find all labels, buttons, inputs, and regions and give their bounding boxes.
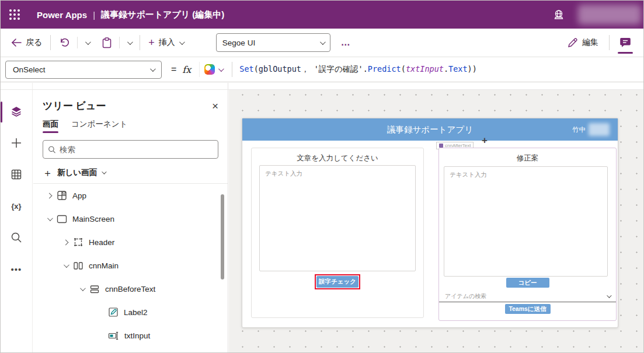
back-button[interactable]: 戻る xyxy=(9,34,44,51)
typo-check-button[interactable]: 誤字チェック xyxy=(316,276,358,288)
rail-item-more[interactable]: ••• xyxy=(1,253,32,285)
document-title: 議事録サポートアプリ (編集中) xyxy=(101,9,224,20)
app-screen-preview[interactable]: 議事録サポートアプリ 竹中 + cnnAfterText 文章を入力してください xyxy=(242,118,618,328)
undo-icon xyxy=(59,37,69,48)
send-to-teams-button[interactable]: Teamsに送信 xyxy=(505,304,551,314)
formula-token: )) xyxy=(468,64,477,74)
tree-row-header[interactable]: Header xyxy=(33,230,228,254)
copilot-icon xyxy=(204,64,215,75)
fx-icon: fx xyxy=(182,64,191,75)
plus-icon: + xyxy=(148,37,155,48)
waffle-menu-button[interactable] xyxy=(1,1,29,29)
tree-view-title: ツリー ビュー xyxy=(43,99,106,113)
copy-button[interactable]: コピー xyxy=(506,278,549,288)
rail-item-search[interactable] xyxy=(1,222,32,253)
tree-row-label: App xyxy=(72,191,86,200)
text-input-field[interactable]: テキスト入力 xyxy=(259,165,416,271)
globe-icon xyxy=(553,9,565,20)
tree-row-label2[interactable]: Label2 xyxy=(33,300,228,324)
insert-crosshair-icon: + xyxy=(482,135,488,146)
app-checker-button[interactable] xyxy=(615,31,635,54)
tree-list: App MainScreen Header cnnMain xyxy=(33,184,228,347)
tab-components[interactable]: コンポーネント xyxy=(71,119,127,133)
tree-row-label: cnnMain xyxy=(89,261,119,270)
app-name: Power Apps xyxy=(37,10,87,20)
new-screen-button[interactable]: ＋ 新しい画面 xyxy=(33,162,228,184)
overflow-menu-button[interactable]: … xyxy=(341,37,351,48)
insert-button[interactable]: + 挿入 xyxy=(146,34,186,51)
chevron-down-icon[interactable] xyxy=(80,285,86,291)
user-account-blurred[interactable] xyxy=(578,5,641,25)
tree-search-box[interactable] xyxy=(43,140,218,159)
formula-token: ( xyxy=(401,64,406,74)
screen-icon xyxy=(57,215,67,223)
insert-icon xyxy=(11,137,22,149)
chevron-down-icon[interactable] xyxy=(47,215,53,221)
app-header[interactable]: 議事録サポートアプリ 竹中 xyxy=(242,118,618,141)
new-screen-label: 新しい画面 xyxy=(57,167,97,178)
vertical-container-icon xyxy=(89,285,100,293)
environment-button[interactable] xyxy=(545,1,572,29)
tree-row-mainscreen[interactable]: MainScreen xyxy=(33,207,228,230)
tree-row-cnnbeforetext[interactable]: cnnBeforeText xyxy=(33,277,228,300)
item-search-combobox[interactable]: アイテムの検索 xyxy=(439,291,616,302)
canvas-dot-grid: 議事録サポートアプリ 竹中 + cnnAfterText 文章を入力してください xyxy=(229,90,643,353)
tree-tabs: 画面 コンポーネント xyxy=(33,114,228,133)
app-icon xyxy=(57,190,67,201)
top-bar-right xyxy=(545,1,643,29)
container-icon xyxy=(439,144,443,148)
formula-token: gblOutput xyxy=(259,64,301,74)
copilot-chevron-icon xyxy=(218,66,224,72)
waffle-icon xyxy=(9,9,20,20)
undo-menu-chevron-icon[interactable] xyxy=(85,39,91,45)
chevron-down-icon[interactable] xyxy=(64,262,69,268)
tree-row-txtinput[interactable]: txtInput xyxy=(33,324,228,347)
output-panel[interactable]: 修正案 テキスト入力 コピー アイテムの検索 Teamsに送信 xyxy=(438,148,617,321)
tree-row-cnnmain[interactable]: cnnMain xyxy=(33,254,228,277)
output-text-field[interactable]: テキスト入力 xyxy=(444,166,608,277)
formula-token: Set xyxy=(239,64,253,74)
text-input-icon xyxy=(108,331,119,340)
selection-outline: 誤字チェック xyxy=(315,274,360,289)
formula-token: ( xyxy=(254,64,259,74)
app-user-blurred xyxy=(589,123,610,136)
authoring-canvas: 議事録サポートアプリ 竹中 + cnnAfterText 文章を入力してください xyxy=(229,83,643,353)
tree-row-label: cnnBeforeText xyxy=(105,285,155,293)
clipboard-icon xyxy=(102,37,112,48)
back-label: 戻る xyxy=(26,37,42,48)
text-input-placeholder: テキスト入力 xyxy=(265,170,302,177)
rail-item-insert[interactable] xyxy=(1,127,32,159)
search-input[interactable] xyxy=(60,145,213,154)
paste-menu-chevron-icon[interactable] xyxy=(127,39,133,45)
font-family-dropdown[interactable]: Segoe UI xyxy=(216,33,330,52)
tab-screens[interactable]: 画面 xyxy=(43,119,58,133)
property-selector-dropdown[interactable]: OnSelect xyxy=(5,61,162,79)
close-icon[interactable]: × xyxy=(212,100,218,111)
rail-item-data[interactable] xyxy=(1,159,32,190)
new-screen-chevron-icon xyxy=(102,169,106,174)
variables-icon: {x} xyxy=(11,202,21,211)
rail-item-variables[interactable]: {x} xyxy=(1,190,32,222)
command-bar: 戻る + 挿入 Segoe UI … 編集 xyxy=(1,29,643,57)
tree-scrollbar[interactable] xyxy=(221,194,224,279)
combobox-chevron-icon xyxy=(607,293,611,298)
tree-row-label: txtInput xyxy=(124,331,150,340)
output-panel-heading: 修正案 xyxy=(439,153,616,163)
rail-item-tree-view[interactable] xyxy=(1,96,32,127)
left-navigation-rail: {x} ••• xyxy=(1,83,33,353)
paste-button[interactable] xyxy=(100,33,134,52)
tree-row-label: MainScreen xyxy=(72,215,114,223)
edit-button[interactable]: 編集 xyxy=(563,34,603,51)
tree-row-app[interactable]: App xyxy=(33,184,228,207)
undo-button[interactable] xyxy=(57,33,92,52)
tree-view-panel: ツリー ビュー × 画面 コンポーネント ＋ 新しい画面 App xyxy=(33,83,228,353)
output-text-placeholder: テキスト入力 xyxy=(450,171,487,178)
horizontal-container-icon xyxy=(73,261,83,270)
formula-input[interactable]: Set(gblOutput， '誤字の確認'.Predict(txtInput.… xyxy=(239,64,477,75)
copilot-button[interactable] xyxy=(199,62,227,77)
chevron-right-icon[interactable] xyxy=(63,239,69,245)
chevron-right-icon[interactable] xyxy=(47,193,53,198)
tree-row-label: Header xyxy=(89,238,114,247)
back-arrow-icon xyxy=(11,39,22,47)
title-separator: | xyxy=(93,10,95,20)
